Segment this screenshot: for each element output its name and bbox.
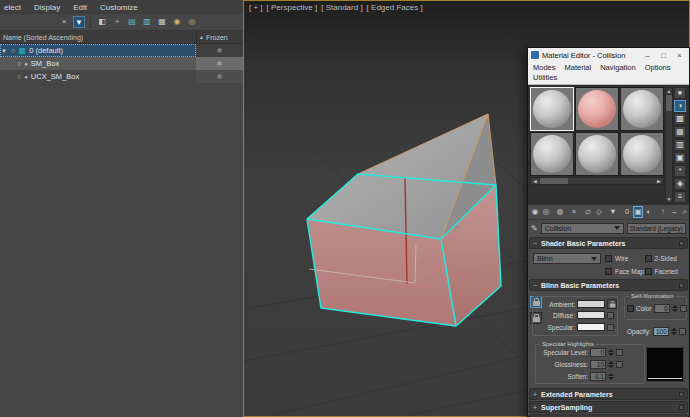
menu-customize[interactable]: Customize bbox=[100, 3, 138, 12]
rollout-header[interactable]: − Blinn Basic Parameters bbox=[529, 279, 688, 291]
checkbox-box[interactable] bbox=[645, 255, 652, 262]
sample-slot-6[interactable] bbox=[620, 132, 664, 176]
sample-slot-1-active[interactable] bbox=[530, 87, 574, 131]
ambient-color-swatch[interactable] bbox=[577, 300, 605, 308]
menu-display[interactable]: Display bbox=[34, 3, 60, 12]
material-map-navigator-icon[interactable]: ≡ bbox=[674, 191, 686, 203]
make-unique-icon[interactable]: ◇ bbox=[594, 206, 604, 218]
scroll-left-icon[interactable]: ◀ bbox=[531, 178, 539, 184]
delete-icon[interactable]: ▦ bbox=[156, 16, 168, 28]
table-row-sm-box[interactable]: ○ ● SM_Box ❄ bbox=[0, 57, 243, 70]
show-shaded-material-in-viewport-icon[interactable]: ▣ bbox=[633, 206, 643, 218]
maximize-button[interactable]: □ bbox=[657, 51, 670, 60]
scroll-down-icon[interactable]: ▼ bbox=[665, 196, 673, 202]
new-layer-icon[interactable]: ▥ bbox=[141, 16, 153, 28]
sample-uv-tiling-icon[interactable]: ▦ bbox=[674, 126, 686, 138]
rollout-header[interactable]: − Shader Basic Parameters bbox=[529, 237, 688, 249]
column-header-name[interactable]: Name (Sorted Ascending) bbox=[0, 34, 196, 41]
object-name-cell[interactable]: ○ ● SM_Box bbox=[0, 57, 196, 70]
close-button[interactable]: × bbox=[673, 51, 686, 60]
sample-slot-4[interactable] bbox=[530, 132, 574, 176]
specular-level-map-button[interactable] bbox=[616, 349, 623, 356]
go-forward-to-sibling-icon[interactable]: → bbox=[669, 206, 679, 218]
soften-value[interactable]: 0.1 bbox=[590, 372, 606, 381]
background-icon[interactable]: ▩ bbox=[674, 113, 686, 125]
diffuse-map-button[interactable] bbox=[607, 312, 614, 319]
viewport-menu-general[interactable]: [ + ] bbox=[249, 3, 263, 12]
lock-icon[interactable]: ◧ bbox=[96, 16, 108, 28]
eyedropper-icon[interactable]: ✎ bbox=[531, 224, 538, 233]
menu-edit[interactable]: Edit bbox=[73, 3, 87, 12]
diffuse-color-swatch[interactable] bbox=[577, 311, 605, 319]
self-illumination-map-button[interactable] bbox=[680, 305, 687, 312]
table-row-layer-default[interactable]: ▼ ○ 0 (default) ❄ bbox=[0, 44, 243, 57]
minimize-button[interactable]: – bbox=[641, 51, 654, 60]
menu-options[interactable]: Options bbox=[645, 63, 671, 72]
scroll-up-icon[interactable]: ▲ bbox=[665, 88, 673, 94]
checkbox-face-map[interactable]: Face Map bbox=[605, 268, 645, 275]
horizontal-scroll-thumb[interactable] bbox=[540, 178, 568, 184]
spinner-arrows[interactable] bbox=[608, 349, 614, 356]
sample-slot-2-collision[interactable] bbox=[575, 87, 619, 131]
rollout-header[interactable]: + Extended Parameters bbox=[529, 388, 688, 400]
column-header-frozen[interactable]: ▲ Frozen bbox=[196, 31, 243, 43]
put-to-library-icon[interactable]: ▼ bbox=[608, 206, 618, 218]
sample-type-icon[interactable]: ● bbox=[674, 87, 686, 99]
spinner-arrows[interactable] bbox=[671, 328, 677, 335]
viewport-menu-shading[interactable]: [ Standard ] bbox=[321, 3, 362, 12]
viewport-menu-pov[interactable]: [ Perspective ] bbox=[267, 3, 318, 12]
checkbox-2-sided[interactable]: 2-Sided bbox=[645, 255, 685, 262]
spinner-arrows[interactable] bbox=[608, 361, 614, 368]
put-material-to-scene-icon[interactable]: ◎ bbox=[541, 206, 551, 218]
menu-modes[interactable]: Modes bbox=[533, 63, 556, 72]
visibility-toggle-icon[interactable]: ○ bbox=[11, 47, 15, 54]
snowflake-icon[interactable]: ❄ bbox=[217, 60, 223, 68]
display-filter-icon[interactable]: ▼ bbox=[73, 16, 85, 28]
checkbox-box[interactable] bbox=[645, 268, 652, 275]
material-id-channel-icon[interactable]: 0 bbox=[622, 206, 632, 218]
layer-name-cell[interactable]: ▼ ○ 0 (default) bbox=[0, 44, 196, 57]
visibility-toggle-icon[interactable]: ○ bbox=[17, 60, 21, 67]
lock-maps-button[interactable] bbox=[607, 299, 617, 309]
specular-map-button[interactable] bbox=[607, 324, 614, 331]
sample-slot-3[interactable] bbox=[620, 87, 664, 131]
frozen-cell[interactable]: ❄ bbox=[196, 57, 243, 70]
sample-slot-5[interactable] bbox=[575, 132, 619, 176]
checkbox-wire[interactable]: Wire bbox=[605, 255, 645, 262]
assign-material-to-selection-icon[interactable]: ◍ bbox=[555, 206, 565, 218]
menu-utilities[interactable]: Utilities bbox=[533, 73, 557, 82]
make-preview-icon[interactable]: ▣ bbox=[674, 152, 686, 164]
visibility-toggle-icon[interactable]: ○ bbox=[17, 73, 21, 80]
material-name-field[interactable]: Collision bbox=[541, 223, 624, 234]
material-type-button[interactable]: Standard (Legacy) bbox=[627, 223, 686, 234]
snowflake-icon[interactable]: ❄ bbox=[217, 47, 223, 55]
frozen-cell[interactable]: ❄ bbox=[196, 70, 243, 83]
scroll-right-icon[interactable]: ▶ bbox=[655, 178, 663, 184]
shader-dropdown[interactable]: Blinn bbox=[533, 253, 601, 264]
expand-arrow-icon[interactable]: ▼ bbox=[0, 48, 8, 54]
checkbox-box[interactable] bbox=[605, 255, 612, 262]
reset-map-icon[interactable]: × bbox=[569, 206, 579, 218]
menu-material[interactable]: Material bbox=[565, 63, 592, 72]
pick-material-icon[interactable]: ⌕ bbox=[680, 206, 690, 218]
viewport-menu-edged-faces[interactable]: [ Edged Faces ] bbox=[367, 3, 423, 12]
get-material-icon[interactable]: ◉ bbox=[530, 206, 540, 218]
checkbox-box[interactable] bbox=[605, 268, 612, 275]
vertical-scrollbar[interactable]: ▲ ▼ bbox=[665, 87, 673, 203]
add-icon[interactable]: + bbox=[111, 16, 123, 28]
layers-icon[interactable]: ▤ bbox=[126, 16, 138, 28]
select-by-material-icon[interactable]: ◈ bbox=[674, 178, 686, 190]
frozen-cell[interactable]: ❄ bbox=[196, 44, 243, 57]
backlight-icon[interactable]: ◑ bbox=[674, 100, 686, 112]
link-icon[interactable]: ◉ bbox=[171, 16, 183, 28]
object-name-cell[interactable]: ○ ● UCX_SM_Box bbox=[0, 70, 196, 83]
opacity-value[interactable]: 100 bbox=[653, 327, 669, 336]
window-titlebar[interactable]: Material Editor - Collision – □ × bbox=[528, 48, 689, 62]
opacity-map-button[interactable] bbox=[679, 328, 686, 335]
options-icon[interactable]: * bbox=[674, 165, 686, 177]
spinner-arrows[interactable] bbox=[672, 305, 678, 312]
snowflake-icon[interactable]: ❄ bbox=[217, 73, 223, 81]
glossiness-map-button[interactable] bbox=[616, 361, 623, 368]
checkbox-faceted[interactable]: Faceted bbox=[645, 268, 685, 275]
unlink-icon[interactable]: ◎ bbox=[186, 16, 198, 28]
